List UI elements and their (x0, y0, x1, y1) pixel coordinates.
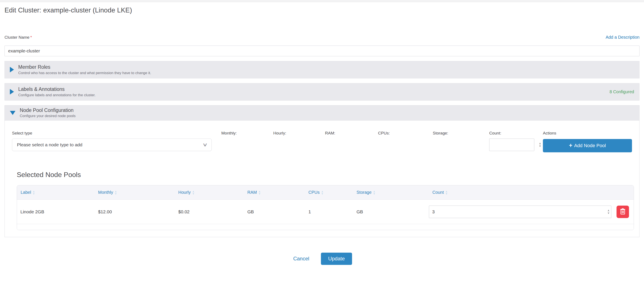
add-node-pool-button[interactable]: + Add Node Pool (543, 139, 632, 152)
pool-count-input[interactable] (489, 139, 534, 151)
hourly-column: Hourly: (273, 131, 325, 139)
node-type-select-value: Please select a node type to add (17, 142, 82, 147)
actions-label: Actions (543, 131, 632, 136)
pool-storage-cell: GB (353, 200, 429, 224)
selected-node-pools-table: Label∧∨ Monthly∧∨ Hourly∧∨ RAM∧∨ CPUs∧∨ … (17, 185, 634, 230)
member-roles-title: Member Roles (18, 64, 634, 70)
labels-annotations-title: Labels & Annotations (18, 86, 610, 92)
cpus-label: CPUs: (378, 131, 433, 136)
storage-column: Storage: (433, 131, 489, 139)
sort-icon: ∧∨ (33, 191, 35, 195)
node-type-select[interactable]: Please select a node type to add ∨ (12, 139, 212, 151)
collapsed-arrow-icon (10, 67, 14, 72)
column-header-count[interactable]: Count∧∨ (429, 185, 634, 200)
monthly-label: Monthly: (221, 131, 273, 136)
node-pool-configuration-title: Node Pool Configuration (20, 107, 76, 113)
collapsed-arrow-icon (10, 89, 14, 95)
column-header-storage[interactable]: Storage∧∨ (353, 185, 429, 200)
node-pool-row: Linode 2GB $12.00 $0.02 GB 1 GB ∧∨ (17, 200, 634, 224)
labels-annotations-subtitle: Configure labels and annotations for the… (18, 93, 610, 98)
cluster-name-label-group: Cluster Name* (4, 35, 32, 40)
member-roles-accordion[interactable]: Member Roles Control who has access to t… (4, 61, 640, 78)
node-pool-configuration-subtitle: Configure your desired node pools (20, 114, 76, 118)
cancel-button[interactable]: Cancel (292, 255, 310, 262)
sort-icon: ∧∨ (321, 191, 323, 195)
sort-icon: ∧∨ (192, 191, 194, 195)
labels-annotations-accordion[interactable]: Labels & Annotations Configure labels an… (4, 83, 640, 101)
column-header-ram[interactable]: RAM∧∨ (244, 185, 305, 200)
ram-label: RAM: (325, 131, 378, 136)
pool-hourly-cell: $0.02 (175, 200, 244, 224)
add-description-link[interactable]: Add a Description (606, 35, 640, 40)
expanded-arrow-icon (10, 111, 16, 115)
node-pool-configuration-texts: Node Pool Configuration Configure your d… (20, 107, 76, 119)
monthly-column: Monthly: (221, 131, 273, 139)
ram-column: RAM: (325, 131, 378, 139)
pool-label-cell: Linode 2GB (17, 200, 95, 224)
table-header-row: Label∧∨ Monthly∧∨ Hourly∧∨ RAM∧∨ CPUs∧∨ … (17, 185, 634, 200)
sort-icon: ∧∨ (446, 191, 448, 195)
edit-cluster-page: Edit Cluster: example-cluster (Linode LK… (0, 7, 644, 265)
top-border-strip (0, 0, 644, 2)
row-count-field: ∧∨ (429, 206, 611, 218)
row-count-input[interactable] (429, 206, 611, 218)
cpus-column: CPUs: (378, 131, 433, 139)
storage-label: Storage: (433, 131, 489, 136)
delete-pool-button[interactable] (616, 206, 629, 218)
configured-count-badge: 8 Configured (610, 89, 634, 94)
node-pool-configuration-body: Select type Please select a node type to… (5, 121, 639, 237)
column-header-label[interactable]: Label∧∨ (17, 185, 95, 200)
column-header-hourly[interactable]: Hourly∧∨ (175, 185, 244, 200)
actions-column: Actions + Add Node Pool (543, 131, 632, 152)
count-column: Count: ∧∨ (489, 131, 543, 151)
select-type-column: Select type Please select a node type to… (12, 131, 221, 151)
pool-cpus-cell: 1 (305, 200, 353, 224)
sort-icon: ∧∨ (259, 191, 260, 195)
required-asterisk: * (30, 35, 32, 40)
member-roles-subtitle: Control who has access to the cluster an… (18, 71, 634, 75)
labels-annotations-texts: Labels & Annotations Configure labels an… (18, 86, 610, 98)
sort-icon: ∧∨ (373, 191, 375, 195)
node-pool-configuration-section: Node Pool Configuration Configure your d… (4, 105, 640, 237)
cluster-name-row: Cluster Name* Add a Description (4, 35, 640, 40)
column-header-monthly[interactable]: Monthly∧∨ (95, 185, 175, 200)
cluster-name-input[interactable] (4, 46, 640, 56)
update-button[interactable]: Update (321, 253, 352, 265)
member-roles-texts: Member Roles Control who has access to t… (18, 64, 634, 75)
sort-icon: ∧∨ (115, 191, 117, 195)
add-node-pool-form: Select type Please select a node type to… (12, 131, 632, 152)
add-node-pool-button-label: Add Node Pool (574, 143, 606, 148)
page-title: Edit Cluster: example-cluster (Linode LK… (4, 7, 640, 14)
number-spinner-icon[interactable]: ∧∨ (608, 209, 610, 214)
count-label: Count: (489, 131, 543, 136)
column-header-cpus[interactable]: CPUs∧∨ (305, 185, 353, 200)
pool-monthly-cell: $12.00 (95, 200, 175, 224)
form-footer: Cancel Update (4, 253, 640, 265)
cluster-name-label: Cluster Name (4, 35, 30, 40)
hourly-label: Hourly: (273, 131, 325, 136)
select-type-label: Select type (12, 131, 221, 136)
chevron-down-icon: ∨ (202, 142, 208, 148)
empty-table-row (17, 224, 634, 230)
pool-count-field: ∧∨ (489, 139, 543, 151)
trash-icon (620, 208, 626, 215)
pool-count-cell: ∧∨ (429, 200, 634, 224)
selected-node-pools-heading: Selected Node Pools (17, 171, 632, 179)
plus-icon: + (569, 143, 572, 148)
number-spinner-icon[interactable]: ∧∨ (539, 142, 541, 147)
node-pool-configuration-accordion[interactable]: Node Pool Configuration Configure your d… (5, 106, 639, 121)
pool-ram-cell: GB (244, 200, 305, 224)
